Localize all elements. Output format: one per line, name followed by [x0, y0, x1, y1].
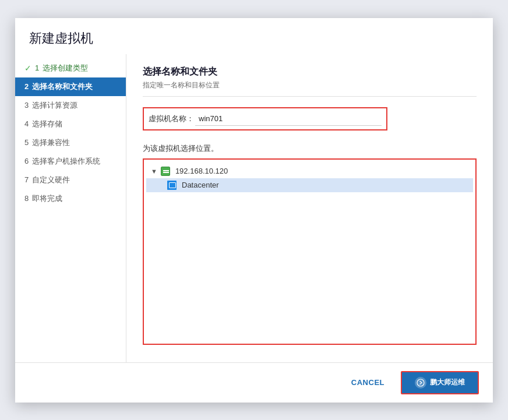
step7-number: 7 — [24, 175, 29, 184]
tree-node-datacenter[interactable]: Datacenter — [146, 178, 473, 192]
section-title: 选择名称和文件夹 — [143, 66, 477, 78]
step3-number: 3 — [24, 101, 29, 110]
cancel-button[interactable]: CANCEL — [342, 373, 394, 391]
sidebar-item-step6[interactable]: 6 选择客户机操作系统 — [15, 152, 126, 171]
location-label: 为该虚拟机选择位置。 — [143, 143, 477, 154]
main-content: 选择名称和文件夹 指定唯一名称和目标位置 虚拟机名称： 为该虚拟机选择位置。 ▼… — [126, 54, 493, 362]
tree-chevron-icon: ▼ — [151, 168, 157, 175]
checkmark-icon: ✓ — [24, 63, 31, 73]
sidebar-item-step1[interactable]: ✓ 1 选择创建类型 — [15, 59, 126, 77]
tree-node-root[interactable]: ▼ 192.168.10.120 — [146, 164, 473, 178]
sidebar-item-step3[interactable]: 3 选择计算资源 — [15, 96, 126, 115]
vm-name-label: 虚拟机名称： — [149, 114, 195, 124]
step8-number: 8 — [24, 194, 29, 203]
dialog-title: 新建虚拟机 — [15, 18, 493, 54]
vm-name-input[interactable] — [195, 112, 382, 126]
step5-number: 5 — [24, 138, 29, 147]
sidebar-item-step8[interactable]: 8 即将完成 — [15, 189, 126, 208]
step1-number: 1 — [35, 63, 39, 72]
server-icon — [161, 167, 170, 176]
tree-node-datacenter-label: Datacenter — [182, 181, 219, 189]
datacenter-icon — [167, 181, 177, 190]
section-subtitle: 指定唯一名称和目标位置 — [143, 80, 477, 97]
step1-label: 选择创建类型 — [43, 63, 88, 73]
sidebar-item-step2[interactable]: 2 选择名称和文件夹 — [15, 77, 126, 96]
svg-point-0 — [417, 379, 424, 386]
step3-label: 选择计算资源 — [32, 100, 77, 111]
dialog-body: ✓ 1 选择创建类型 2 选择名称和文件夹 3 选择计算资源 4 选择存储 5 — [15, 54, 493, 362]
step2-number: 2 — [24, 82, 29, 91]
dialog-footer: CANCEL 鹏大师运维 — [15, 362, 493, 403]
vm-name-box: 虚拟机名称： — [143, 107, 387, 130]
step4-label: 选择存储 — [32, 119, 62, 129]
sidebar: ✓ 1 选择创建类型 2 选择名称和文件夹 3 选择计算资源 4 选择存储 5 — [15, 54, 126, 362]
tree-node-root-label: 192.168.10.120 — [175, 167, 228, 175]
step6-number: 6 — [24, 157, 29, 165]
step5-label: 选择兼容性 — [32, 137, 70, 148]
next-button[interactable]: 鹏大师运维 — [401, 371, 479, 394]
step4-number: 4 — [24, 119, 29, 128]
sidebar-item-step4[interactable]: 4 选择存储 — [15, 115, 126, 133]
sidebar-item-step7[interactable]: 7 自定义硬件 — [15, 171, 126, 189]
step7-label: 自定义硬件 — [32, 175, 70, 185]
vm-location-tree[interactable]: ▼ 192.168.10.120 Datacenter — [143, 158, 477, 345]
step2-label: 选择名称和文件夹 — [32, 82, 93, 92]
new-vm-dialog: 新建虚拟机 ✓ 1 选择创建类型 2 选择名称和文件夹 3 选择计算资源 4 — [15, 18, 493, 403]
sidebar-item-step5[interactable]: 5 选择兼容性 — [15, 133, 126, 152]
brand-label: 鹏大师运维 — [430, 377, 465, 387]
next-icon — [415, 377, 426, 389]
step8-label: 即将完成 — [32, 193, 62, 204]
step6-label: 选择客户机操作系统 — [32, 156, 100, 167]
